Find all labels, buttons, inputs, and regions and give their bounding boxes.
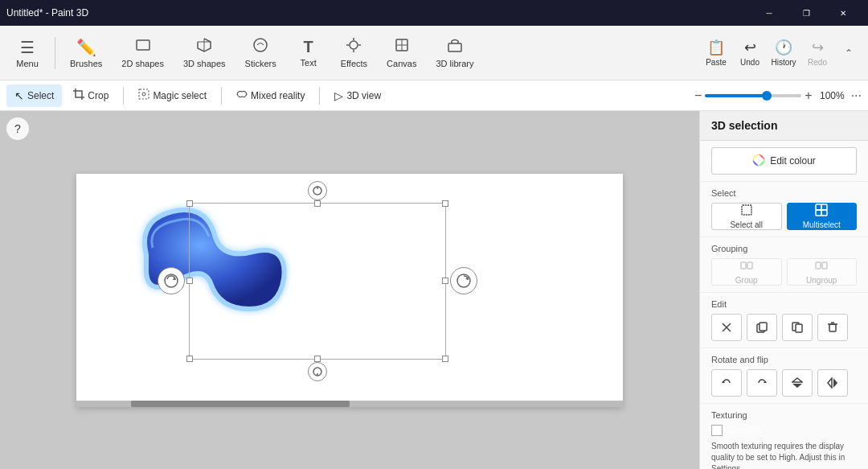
zoom-in-button[interactable]: + [805,88,812,103]
text-button[interactable]: T Text [288,35,330,71]
maximize-button[interactable]: ❐ [788,0,825,26]
select-icon: ↖ [14,89,24,102]
zoom-slider-thumb[interactable] [762,91,772,101]
selection-handle-topright[interactable] [442,200,448,207]
duplicate-button[interactable] [782,314,813,341]
menu-button[interactable]: ☰ Menu [6,35,48,72]
rotate-handle-top[interactable] [308,181,327,200]
select-all-button[interactable]: Select all [711,203,782,230]
multiselect-button[interactable]: Multiselect [787,203,858,230]
effects-label: Effects [341,59,367,68]
history-button[interactable]: 🕐 History [768,38,799,68]
effects-icon [346,37,362,57]
canvas-icon [394,37,410,57]
2d-shapes-button[interactable]: 2D shapes [113,34,172,72]
smooth-checkbox[interactable] [711,425,723,436]
flip-horizontal-button[interactable] [817,369,848,397]
brushes-icon: ✏️ [76,38,96,57]
crop-label: Crop [88,90,108,101]
svg-rect-25 [821,204,827,210]
smooth-checkbox-row: Smooth [711,425,857,436]
select-tool-button[interactable]: ↖ Select [6,84,62,107]
svg-marker-20 [465,277,469,280]
collapse-panel-button[interactable]: ⌃ [836,40,862,66]
3d-view-button[interactable]: ▷ 3D view [326,84,389,107]
cut-button[interactable] [711,314,742,341]
3d-shape-svg [125,190,293,323]
close-button[interactable]: ✕ [825,0,862,26]
svg-rect-40 [829,324,836,331]
selection-handle-rightmid[interactable] [442,278,448,284]
svg-marker-46 [792,384,802,388]
stickers-label: Stickers [245,59,276,68]
crop-icon [73,88,84,102]
history-label: History [771,58,796,67]
stickers-button[interactable]: Stickers [237,34,285,72]
svg-point-15 [313,187,321,195]
select-all-icon [740,204,753,219]
edit-colour-button[interactable]: Edit colour [711,147,857,175]
titlebar-left: Untitled* - Paint 3D [6,7,88,19]
main-area: ? [0,111,868,469]
actionbar-separator-2 [221,87,222,105]
minimize-button[interactable]: ─ [751,0,788,26]
group-icon [740,259,753,274]
zoom-out-button[interactable]: − [694,88,702,103]
horizontal-scrollbar[interactable] [76,401,623,407]
svg-rect-26 [816,210,821,216]
zoom-slider[interactable] [705,94,801,97]
brushes-button[interactable]: ✏️ Brushes [62,35,110,72]
multiselect-label: Multiselect [803,220,841,229]
select-buttons: Select all Multiselect [711,203,857,230]
delete-button[interactable] [817,314,848,341]
help-button[interactable]: ? [6,117,29,140]
undo-button[interactable]: ↩ Undo [735,38,765,68]
selection-handle-bottomleft[interactable] [186,356,193,362]
svg-rect-0 [137,40,149,50]
canvas-button[interactable]: Canvas [379,34,424,72]
zoom-more-button[interactable]: ··· [851,88,862,103]
ungroup-label: Ungroup [806,276,837,285]
effects-button[interactable]: Effects [333,34,375,72]
paste-button[interactable]: 📋 Paste [701,38,731,68]
canvas-area[interactable]: ? [0,111,699,469]
svg-marker-48 [833,378,837,388]
svg-rect-12 [448,43,461,51]
selection-handle-bottommid[interactable] [314,356,321,362]
select-section: Select Select all Multiselect [700,182,868,237]
select-label: Select [27,90,54,101]
selection-handle-bottomright[interactable] [442,356,448,362]
3d-view-label: 3D view [346,90,381,101]
3d-library-button[interactable]: 3D library [428,34,481,72]
menu-label: Menu [16,59,39,68]
rotate-handle-bottom[interactable] [308,362,327,381]
3d-library-icon [447,37,463,57]
right-panel: 3D selection Edit colour Se [699,111,868,469]
rotate-left-button[interactable] [711,369,742,397]
grouping-section: Grouping Group Ungroup [700,237,868,293]
crop-button[interactable]: Crop [65,84,117,107]
zoom-slider-fill [705,94,763,97]
group-button[interactable]: Group [711,258,782,286]
flip-vertical-button[interactable] [782,369,813,397]
history-icon: 🕐 [775,39,792,56]
svg-point-22 [756,158,761,163]
3d-view-icon: ▷ [334,89,343,102]
redo-label: Redo [808,58,827,67]
svg-rect-39 [796,324,802,332]
scrollbar-thumb[interactable] [131,401,350,407]
text-icon: T [304,38,313,56]
selection-handle-topmid[interactable] [314,200,321,207]
3d-shape [125,190,285,319]
rotate-handle-right[interactable] [450,267,477,294]
svg-point-19 [457,274,470,287]
ungroup-button[interactable]: Ungroup [787,258,858,286]
edit-colour-section: Edit colour [700,141,868,182]
rotate-right-button[interactable] [747,369,777,397]
3d-shapes-button[interactable]: 3D shapes [175,34,234,72]
copy-button[interactable] [747,314,777,341]
redo-button[interactable]: ↪ Redo [802,38,833,68]
select-section-label: Select [711,188,857,198]
magic-select-button[interactable]: Magic select [130,84,215,107]
mixed-reality-button[interactable]: Mixed reality [228,84,313,107]
